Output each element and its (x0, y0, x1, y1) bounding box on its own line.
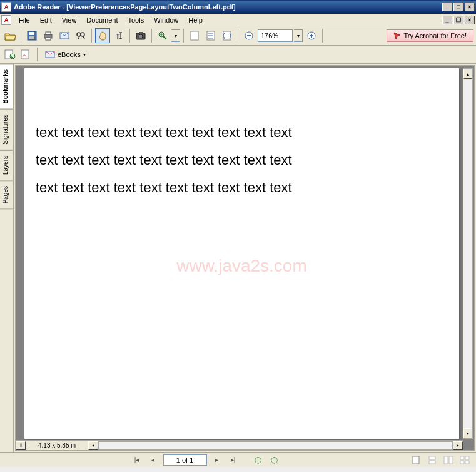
zoom-out-button[interactable] (241, 28, 256, 43)
scroll-up-button[interactable]: ▴ (463, 69, 472, 79)
horizontal-scrollbar: ⦀ 4.13 x 5.85 in ◂ ▸ (16, 440, 463, 450)
search-button[interactable] (73, 28, 88, 43)
print-button[interactable] (41, 28, 56, 43)
fit-page-button[interactable] (203, 28, 218, 43)
page-dimensions: 4.13 x 5.85 in (26, 442, 88, 449)
workspace: Bookmarks Signatures Layers Pages text t… (0, 64, 476, 452)
menu-bar: A File Edit View Document Tools Window H… (0, 14, 476, 26)
prev-page-button[interactable]: ◂ (147, 454, 160, 466)
fit-width-button[interactable] (220, 28, 235, 43)
last-page-button[interactable]: ▸| (227, 454, 240, 466)
hscroll-grip[interactable]: ⦀ (16, 441, 26, 450)
toolbar-secondary: eBooks ▾ (0, 46, 476, 64)
text-line: text text text text text text text text … (36, 125, 448, 141)
menu-window[interactable]: Window (149, 15, 183, 25)
page-number-field[interactable]: 1 of 1 (163, 454, 207, 466)
svg-rect-23 (413, 456, 419, 464)
forward-button[interactable]: ◯ (268, 454, 281, 466)
save-button[interactable] (24, 28, 39, 43)
svg-rect-14 (191, 31, 198, 40)
mdi-minimize-button[interactable]: _ (442, 16, 452, 24)
svg-point-7 (77, 33, 81, 36)
chevron-down-icon: ▾ (83, 52, 86, 58)
first-page-button[interactable]: |◂ (131, 454, 143, 466)
continuous-view-button[interactable] (426, 454, 438, 466)
status-bar: |◂ ◂ 1 of 1 ▸ ▸| ◯ ◯ (0, 452, 476, 467)
doc-icon: A (1, 15, 11, 25)
svg-text:T: T (116, 33, 120, 40)
menu-edit[interactable]: Edit (35, 15, 57, 25)
svg-rect-12 (139, 32, 143, 34)
svg-rect-4 (46, 32, 51, 34)
mdi-restore-button[interactable]: ❐ (453, 16, 463, 24)
svg-rect-26 (444, 456, 448, 464)
next-page-button[interactable]: ▸ (211, 454, 223, 466)
tab-signatures[interactable]: Signatures (0, 109, 13, 150)
minimize-button[interactable]: _ (442, 3, 452, 11)
text-line: text text text text text text text text … (36, 180, 448, 196)
zoom-in-button[interactable] (155, 28, 170, 43)
cursor-icon (393, 32, 401, 39)
tab-pages[interactable]: Pages (0, 180, 13, 209)
close-button[interactable]: × (465, 3, 475, 11)
zoom-dropdown[interactable]: ▾ (171, 29, 180, 42)
svg-rect-31 (465, 461, 469, 464)
page: text text text text text text text text … (24, 68, 459, 439)
single-page-view-button[interactable] (410, 454, 422, 466)
svg-rect-25 (429, 461, 435, 464)
actual-size-button[interactable] (187, 28, 202, 43)
ebooks-label: eBooks (58, 51, 81, 58)
title-bar: A Adobe Reader - [ViewerPreferencesPageL… (0, 0, 476, 14)
svg-rect-1 (29, 32, 34, 35)
hscroll-track[interactable] (98, 441, 453, 450)
menu-file[interactable]: File (14, 15, 35, 25)
menu-tools[interactable]: Tools (123, 15, 149, 25)
svg-rect-2 (29, 36, 34, 39)
app-icon: A (1, 2, 11, 12)
open-button[interactable] (3, 28, 18, 43)
menu-help[interactable]: Help (183, 15, 208, 25)
back-button[interactable]: ◯ (252, 454, 265, 466)
hand-tool-button[interactable] (95, 28, 110, 43)
text-line: text text text text text text text text … (36, 152, 448, 168)
svg-rect-21 (21, 50, 29, 59)
menu-document[interactable]: Document (81, 15, 123, 25)
scroll-track[interactable] (463, 80, 472, 428)
svg-rect-24 (429, 456, 435, 459)
continuous-facing-view-button[interactable] (458, 454, 471, 466)
review-button[interactable] (3, 47, 18, 62)
svg-rect-5 (46, 38, 51, 40)
try-acrobat-button[interactable]: Try Acrobat for Free! (387, 29, 473, 42)
promo-label: Try Acrobat for Free! (404, 32, 467, 39)
facing-view-button[interactable] (442, 454, 455, 466)
text-select-button[interactable]: T (111, 28, 126, 43)
vertical-scrollbar[interactable]: ▴ ▾ (463, 68, 473, 439)
tab-layers[interactable]: Layers (0, 150, 13, 180)
ebooks-button[interactable]: eBooks ▾ (41, 48, 90, 61)
document-area[interactable]: text text text text text text text text … (15, 65, 475, 451)
menu-view[interactable]: View (57, 15, 82, 25)
ebooks-icon (45, 50, 55, 59)
sign-button[interactable] (19, 47, 34, 62)
svg-point-8 (81, 33, 84, 36)
svg-point-20 (10, 54, 15, 59)
hscroll-right-button[interactable]: ▸ (453, 441, 463, 450)
svg-rect-28 (460, 456, 464, 459)
zoom-level-dropdown[interactable]: ▾ (294, 29, 303, 42)
snapshot-button[interactable] (133, 28, 148, 43)
svg-rect-30 (460, 461, 464, 464)
maximize-button[interactable]: □ (453, 3, 463, 11)
tab-bookmarks[interactable]: Bookmarks (0, 64, 13, 109)
scroll-down-button[interactable]: ▾ (463, 428, 472, 438)
mdi-close-button[interactable]: × (465, 16, 475, 24)
email-button[interactable] (57, 28, 72, 43)
svg-point-11 (139, 34, 143, 38)
watermark: www.java2s.com (176, 256, 307, 276)
zoom-field[interactable]: 176% (258, 29, 293, 42)
svg-rect-27 (449, 456, 453, 464)
hscroll-left-button[interactable]: ◂ (88, 441, 98, 450)
zoom-plus-button[interactable] (304, 28, 319, 43)
window-title: Adobe Reader - [ViewerPreferencesPageLay… (14, 3, 441, 11)
navigation-panel: Bookmarks Signatures Layers Pages (0, 64, 14, 452)
svg-rect-29 (465, 456, 469, 459)
